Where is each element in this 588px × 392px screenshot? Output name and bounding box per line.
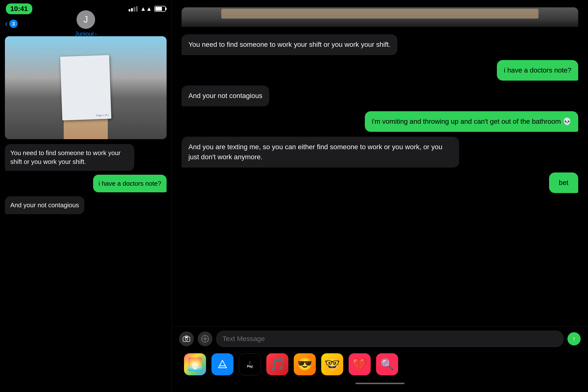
search-app-icon[interactable]: 🔍 (376, 353, 398, 375)
nav-bar: ‹ 3 J Juniour › (0, 16, 172, 31)
photo-image: Page 1 of 1 (5, 36, 166, 139)
memoji2-app-icon[interactable]: 🤓 (321, 353, 343, 375)
right-panel: You need to find someone to work your sh… (172, 0, 588, 392)
appstore-app-icon[interactable] (212, 353, 234, 375)
send-arrow-icon: ↑ (572, 335, 576, 343)
avatar: J (76, 10, 95, 29)
paper-text: Page 1 of 1 (96, 114, 109, 117)
message-bubble: You need to find someone to work your sh… (5, 144, 134, 171)
top-crop-image (182, 7, 578, 27)
camera-button[interactable] (179, 332, 194, 346)
applepay-app-icon[interactable]:  Pay (239, 353, 261, 375)
signal-icon (128, 6, 138, 12)
input-placeholder: Text Message (222, 335, 265, 343)
battery-icon (154, 6, 166, 12)
time-display: 10:41 (6, 4, 32, 14)
send-button[interactable]: ↑ (568, 332, 581, 346)
memoji1-app-icon[interactable]: 😎 (294, 353, 316, 375)
home-indicator (356, 383, 404, 384)
message-bubble: i have a doctors note? (497, 60, 578, 81)
message-bubble: And you are texting me, so you can eithe… (182, 137, 459, 167)
message-bubble: bet (549, 172, 578, 193)
contact-chevron-icon: › (95, 31, 97, 37)
message-bubble: And your not contagious (5, 196, 84, 214)
status-icons: ▲▲ (128, 6, 166, 12)
app-tray: 🌅  Pay 🎵 😎 🤓 💔 🔍 (179, 351, 581, 380)
contact-info[interactable]: J Juniour › (75, 10, 96, 37)
back-chevron-icon: ‹ (5, 18, 8, 29)
message-bubble: i'm vomiting and throwing up and can't g… (365, 111, 578, 132)
back-badge-count: 3 (9, 20, 18, 28)
message-bubble: You need to find someone to work your sh… (182, 34, 398, 55)
message-input[interactable]: Text Message (216, 331, 564, 347)
left-panel: 10:41 ▲▲ ‹ 3 J Juniour › (0, 0, 172, 392)
message-bubble: And your not contagious (182, 86, 269, 106)
messages-list: You need to find someone to work your sh… (0, 139, 172, 392)
apps-button[interactable] (198, 332, 212, 346)
back-button[interactable]: ‹ 3 (5, 18, 18, 29)
music-app-icon[interactable]: 🎵 (266, 353, 288, 375)
message-bubble: i have a doctors note? (93, 175, 166, 192)
input-row: Text Message ↑ (179, 331, 581, 347)
svg-point-1 (185, 338, 188, 340)
wifi-icon: ▲▲ (140, 6, 152, 12)
input-area: Text Message ↑ 🌅  Pay 🎵 😎 (172, 326, 588, 392)
right-messages-list: You need to find someone to work your sh… (172, 0, 588, 326)
photos-app-icon[interactable]: 🌅 (184, 353, 206, 375)
heartbreak-app-icon[interactable]: 💔 (349, 353, 371, 375)
photo-attachment[interactable]: Page 1 of 1 (0, 36, 172, 139)
